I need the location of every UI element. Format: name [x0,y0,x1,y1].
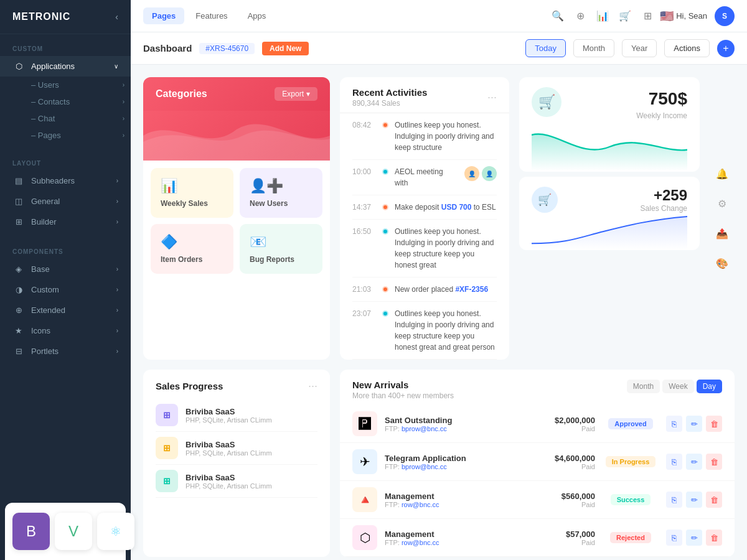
copy-action-4[interactable]: ⎘ [666,530,682,546]
chart-icon[interactable]: 📊 [593,6,613,26]
export-button[interactable]: Export ▾ [275,87,317,101]
palette-icon[interactable]: 🎨 [712,253,732,273]
sidebar-item-extended[interactable]: ⊕ Extended › [0,300,131,320]
delete-action-2[interactable]: 🗑 [706,454,722,470]
sidebar-item-portlets[interactable]: ⊟ Portlets › [0,341,131,362]
sidebar-item-users[interactable]: – Users › [25,77,131,93]
arrival-icon-1: 🅿 [352,411,377,436]
users-arrow: › [123,82,125,88]
sidebar-item-contacts[interactable]: – Contacts › [25,93,131,110]
search-icon[interactable]: 🔍 [548,6,568,26]
activity-text-5: New order placed #XF-2356 [395,284,497,295]
sp-item-3: ⊞ Briviba SaaS PHP, SQLite, Artisan CLim… [156,465,317,498]
new-arrivals-card: New Arrivals More than 400+ new members … [340,370,735,557]
sp-avatar-1: ⊞ [156,404,178,426]
sales-progress-menu[interactable]: ··· [308,380,317,393]
sidebar-item-applications[interactable]: ⬡ Applications ∨ [0,56,131,77]
sidebar-item-chat[interactable]: – Chat › [25,110,131,127]
income-amount: 750$ [636,89,687,109]
cat-item-item-orders[interactable]: 🔷 Item Orders [151,224,233,274]
activity-item-2: 10:00 AEOL meeting with 👤 👤 [352,160,497,195]
main-area: Pages Features Apps 🔍 ⊕ 📊 🛒 ⊞ 🇺🇸 Hi, Sea… [131,0,747,560]
arrival-name-3: Management [385,492,525,501]
tab-apps[interactable]: Apps [239,7,275,24]
edit-action-2[interactable]: ✏ [686,454,702,470]
send-icon[interactable]: 📤 [712,223,732,243]
sidebar-toggle[interactable]: ‹ [115,12,118,22]
arrivals-title: New Arrivals [352,380,454,390]
period-month-button[interactable]: Month [627,380,660,393]
pages-arrow: › [123,132,125,139]
arrival-amount-4: $57,000 [533,530,595,539]
arrival-status-1: Approved [603,418,659,429]
builder-icon: ⊞ [12,217,25,226]
arrival-info-4: Management FTP: row@bnc.cc [385,530,525,546]
cat-item-bug-reports[interactable]: 📧 Bug Reports [240,224,322,274]
activities-title: Recent Activities [352,87,427,98]
item-orders-icon: 🔷 [161,234,177,250]
custom-section-label: CUSTOM [0,34,131,56]
edit-action-4[interactable]: ✏ [686,530,702,546]
activity-dot-3 [382,204,388,210]
delete-action-4[interactable]: 🗑 [706,530,722,546]
framework-bootstrap-icon: B [12,513,50,550]
period-month-button[interactable]: Month [573,39,614,57]
categories-wave [143,111,330,161]
edit-action-1[interactable]: ✏ [686,416,702,432]
sidebar-item-icons[interactable]: ★ Icons › [0,320,131,341]
arrival-info-2: Telegram Application FTP: bprow@bnc.cc [385,454,525,470]
arrival-amount-1: $2,000,000 [533,416,595,425]
activity-time-3: 14:37 [352,202,376,212]
tab-pages[interactable]: Pages [143,7,184,24]
general-label: General [31,197,116,206]
ticket-badge: #XRS-45670 [199,43,255,54]
copy-action-1[interactable]: ⎘ [666,416,682,432]
tab-features[interactable]: Features [187,7,236,24]
copy-action-3[interactable]: ⎘ [666,492,682,508]
row-2: Sales Progress ··· ⊞ Briviba SaaS PHP, S… [143,370,735,557]
sidebar-item-general[interactable]: ◫ General › [0,191,131,212]
sub-header: Dashboard #XRS-45670 Add New Today Month… [131,32,747,65]
cat-item-weekly-sales[interactable]: 📊 Weekly Sales [151,168,233,218]
cart-icon[interactable]: 🛒 [615,6,635,26]
user-avatar[interactable]: S [715,6,735,26]
contacts-arrow: › [123,98,125,105]
share-icon[interactable]: ⊕ [570,6,590,26]
arrival-amount-2: $4,600,000 [533,454,595,463]
arrival-amount-3: $560,000 [533,492,595,501]
sidebar-item-subheaders[interactable]: ▤ Subheaders › [0,170,131,191]
delete-action-1[interactable]: 🗑 [706,416,722,432]
activity-dot-1 [382,122,388,128]
period-day-button[interactable]: Day [697,380,722,393]
sidebar-item-base[interactable]: ◈ Base › [0,259,131,279]
sp-info-3: Briviba SaaS PHP, SQLite, Artisan CLimm [186,473,272,490]
add-new-button[interactable]: Add New [262,42,309,55]
arrival-name-4: Management [385,530,525,539]
delete-action-3[interactable]: 🗑 [706,492,722,508]
sidebar-item-custom[interactable]: ◑ Custom › [0,279,131,300]
settings-icon[interactable]: ⚙ [712,194,732,213]
arrival-price-4: $57,000 Paid [533,530,595,546]
notification-icon[interactable]: 🔔 [712,164,732,184]
sidebar-item-builder[interactable]: ⊞ Builder › [0,212,131,232]
arrivals-header: New Arrivals More than 400+ new members … [340,370,735,405]
sales-progress-title: Sales Progress [156,381,223,391]
period-year-button[interactable]: Year [622,39,657,57]
plus-button[interactable]: + [717,40,735,57]
user-greeting: Hi, Sean [676,11,707,21]
sales-change-card: 🛒 +259 Sales Change [519,177,700,250]
period-today-button[interactable]: Today [525,39,566,57]
activities-menu[interactable]: ··· [487,91,497,104]
arrival-row-3: 🔺 Management FTP: row@bnc.cc $560,000 Pa… [340,481,735,519]
actions-button[interactable]: Actions [664,39,710,57]
period-week-button[interactable]: Week [662,380,693,393]
sales-progress-card: Sales Progress ··· ⊞ Briviba SaaS PHP, S… [143,370,330,557]
copy-action-2[interactable]: ⎘ [666,454,682,470]
arrival-status-4: Rejected [603,532,659,543]
cat-item-new-users[interactable]: 👤➕ New Users [240,168,322,218]
grid-icon[interactable]: ⊞ [637,6,657,26]
new-users-label: New Users [250,199,288,208]
sidebar-item-pages[interactable]: – Pages › [25,127,131,144]
sp-sub-3: PHP, SQLite, Artisan CLimm [186,482,272,490]
edit-action-3[interactable]: ✏ [686,492,702,508]
